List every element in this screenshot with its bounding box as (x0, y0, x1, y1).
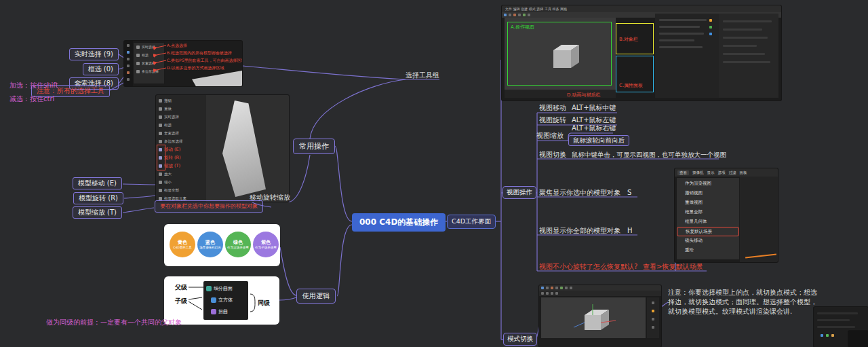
c4d-overview-screenshot[interactable]: 文件 编辑 创建 模式 选择 工具 样条 网格 A.操作视图 B.对象栏 C.属… (502, 5, 781, 101)
menu-item: 镜头移动 (677, 236, 739, 246)
menu-item-rotate: 旋转 (R) (164, 155, 181, 161)
view-switch-label[interactable]: 视图切换 (539, 150, 566, 159)
circle-desc: 作为子级来使用 (255, 246, 277, 250)
menubar-item: 面板 (740, 170, 747, 175)
circle-title: 紫色 (261, 240, 271, 246)
menu-item: 套索选择 (164, 131, 179, 136)
selection-group-label[interactable]: 选择工具组 (406, 71, 439, 79)
circle-desc: 场景摄像机灯光 (199, 246, 221, 250)
focus-selected-key[interactable]: S (627, 188, 631, 197)
circle-desc: C4D里的工具 (173, 246, 191, 250)
menubar-item: 查看 (677, 170, 689, 175)
menu-item: 框显全部 (677, 208, 739, 217)
color-circle-yellow: 黄色 C4D里的工具 (170, 232, 195, 257)
focus-selected-label[interactable]: 聚焦显示你选中的模型对象 (539, 188, 620, 197)
menubar-item: 过滤 (729, 170, 736, 175)
mode-viewport-screenshot[interactable] (539, 285, 661, 347)
reset-view-question[interactable]: 视图不小心旋转了怎么恢复默认? (539, 262, 637, 271)
menu-item: 重绘 (677, 246, 739, 255)
transform-menu-screenshot[interactable]: 撤销 重做 实时选择 框选 套索选择 多边形选择 移动 (E) 旋转 (R) 缩… (156, 95, 289, 202)
viewport-menubar: 查看 摄像机 显示 选项 过滤 面板 (675, 168, 778, 177)
cube-drawing (541, 297, 646, 338)
view-zoom-wheel-box[interactable]: 鼠标滚轮向前向后 (568, 135, 629, 146)
annotation-object-panel: B.对象栏 (619, 36, 638, 43)
info-strip (539, 340, 661, 347)
selection-tool-rect[interactable]: 框选 (0) (83, 63, 119, 75)
view-ops-topic[interactable]: 视图操作 (502, 186, 536, 199)
show-all-label[interactable]: 视图显示你全部的模型对象 (539, 226, 620, 235)
side-panels (655, 14, 778, 98)
menubar-item: 显示 (707, 170, 715, 175)
mindmap-canvas: 000 C4D的基础操作 C4D工作界面 常用操作 使用逻辑 视图操作 模式切换… (0, 0, 868, 347)
color-circle-purple: 紫色 作为子级来使用 (253, 232, 279, 257)
color-circle-green: 绿色 作为父级来使用 (225, 232, 251, 257)
menu-item: 作为渲染视图 (677, 179, 739, 189)
model-scale-box[interactable]: 模型缩放 (T) (73, 206, 122, 219)
attribute-highlight-box: C.属性面板 (616, 56, 654, 92)
view-menu-panel: 作为渲染视图 撤销视图 重做视图 框显全部 框显几何体 恢复默认场景 镜头移动 … (676, 177, 740, 260)
menu-item: 框显全部 (164, 188, 179, 193)
red-highlight-box (157, 145, 165, 170)
mode-icon-strip (647, 297, 659, 338)
central-topic[interactable]: 000 C4D的基础操作 (352, 213, 446, 232)
mode-switch-note[interactable]: 注意：你要选择模型上的点，就切换点模式；想选择边，就切换边模式；面同理。想选择整… (668, 288, 821, 316)
viewport (541, 297, 646, 338)
reset-view-answer[interactable]: 查看>恢复默认场景 (643, 262, 703, 271)
circle-title: 黄色 (178, 240, 187, 246)
circle-desc: 作为父级来使用 (227, 246, 249, 250)
model-rotate-box[interactable]: 模型旋转 (R) (73, 192, 123, 204)
subtract-select-note[interactable]: 减选：按住ctrl (9, 94, 54, 103)
menu-item: 重做 (164, 107, 172, 111)
menu-item: 框显几何体 (677, 217, 739, 227)
menu-item: 撤销 (164, 98, 172, 103)
menubar: 文件 编辑 创建 模式 选择 工具 样条 网格 (502, 5, 781, 12)
menu-item-reset-default: 恢复默认场景 (677, 227, 739, 236)
viewport-area (206, 95, 289, 202)
show-all-key[interactable]: H (627, 226, 633, 235)
view-zoom-value[interactable]: ALT+鼠标右键 (572, 124, 616, 132)
model-shape (222, 101, 266, 197)
selection-tools-screenshot[interactable]: 实时选择 框选 套索选择 多边形选择 A.点选选择 B.框选范围内的所有模型都会… (124, 41, 242, 86)
annotation-timeline: D.动画与材质栏 (567, 92, 601, 98)
view-move-value[interactable]: ALT+鼠标中键 (572, 103, 616, 112)
menu-item: 重做视图 (677, 198, 739, 208)
command-menu-panel: 撤销 重做 实时选择 框选 套索选择 多边形选择 移动 (E) 旋转 (R) 缩… (156, 95, 206, 202)
attribute-panel (719, 14, 778, 98)
mode-switch-topic[interactable]: 模式切换 (503, 333, 537, 346)
menu-item: 多边形选择 (164, 139, 183, 144)
icon-colors-card[interactable]: 黄色 C4D里的工具 蓝色 场景摄像机灯光 绿色 作为父级来使用 紫色 作为子级… (164, 224, 280, 266)
menu-item: 缩小 (164, 180, 172, 185)
view-zoom-label[interactable]: 视图缩放 (536, 131, 564, 140)
cube-drawing (505, 18, 616, 90)
view-switch-value[interactable]: 鼠标中键单击，可显示四视图，也可单独放大一个视图 (572, 150, 726, 159)
view-move-label[interactable]: 视图移动 (539, 103, 566, 112)
circle-title: 蓝色 (205, 240, 215, 246)
view-menu-screenshot[interactable]: 查看 摄像机 显示 选项 过滤 面板 作为渲染视图 撤销视图 重做视图 框显全部… (675, 168, 778, 262)
color-circle-blue: 蓝色 场景摄像机灯光 (197, 232, 223, 257)
circle-title: 绿色 (233, 240, 243, 246)
menu-item: 放大 (164, 172, 172, 177)
viewport: A.操作视图 (505, 18, 616, 90)
annotation-attribute-panel: C.属性面板 (619, 82, 643, 89)
corner-panel-fragment (848, 331, 868, 347)
common-ops-topic[interactable]: 常用操作 (293, 139, 335, 154)
menu-item-scale: 缩放 (T) (164, 163, 180, 169)
workspace-root-topic[interactable]: C4D工作界面 (447, 215, 496, 229)
usage-logic-topic[interactable]: 使用逻辑 (296, 289, 336, 304)
orange-spline (745, 254, 776, 259)
view-rotate-label[interactable]: 视图旋转 (539, 115, 566, 124)
viewport-behind-menu (740, 177, 778, 262)
object-manager-highlight-box: B.对象栏 (616, 23, 654, 54)
menu-item-move: 移动 (E) (164, 147, 180, 153)
sibling-premise-note[interactable]: 做为同级的前提：一定要有一个共同的父对象 (46, 318, 182, 327)
menu-item: 实时选择 (164, 115, 179, 120)
add-select-note[interactable]: 加选：按住shift (9, 81, 58, 90)
model-move-box[interactable]: 模型移动 (E) (73, 177, 122, 189)
menu-item: 撤销视图 (677, 189, 739, 198)
transform-note-box[interactable]: 要在对象栏先选中你想要操作的模型对象 (155, 200, 263, 213)
menubar-item: 选项 (718, 170, 726, 175)
selection-tool-live[interactable]: 实时选择 (9) (69, 48, 119, 60)
menubar-item: 摄像机 (692, 170, 704, 175)
menu-item: 框选 (164, 123, 172, 128)
